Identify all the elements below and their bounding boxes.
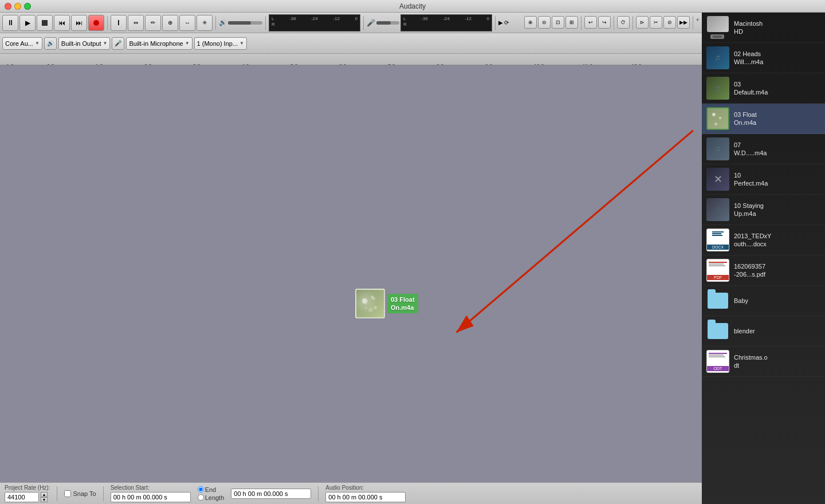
finder-item-wd[interactable]: 🎵 07W.D.....m4a	[702, 134, 825, 164]
end-radio[interactable]	[198, 486, 204, 493]
finder-item-baby[interactable]: Baby	[702, 286, 825, 316]
input-icon-button[interactable]: 🎤	[112, 37, 124, 50]
zoom-selection-button[interactable]: ⊞	[565, 16, 578, 29]
minimize-button[interactable]	[14, 3, 21, 10]
input-volume-slider[interactable]	[376, 21, 399, 25]
track-area[interactable]: 03 Float On.m4a	[0, 65, 702, 482]
pause-icon: ⏸	[7, 18, 14, 27]
finder-label-blender: blender	[734, 327, 755, 335]
finder-thumb-staying: 🎵	[706, 198, 729, 221]
play-button[interactable]: ▶	[19, 15, 36, 31]
speaker-small-icon: 🔊	[47, 40, 54, 46]
volume-slider[interactable]	[228, 21, 262, 25]
audio-position-input[interactable]: 00 h 00 m 00.000 s	[325, 492, 406, 502]
sync-button[interactable]: ⏱	[617, 16, 630, 29]
stop-button[interactable]	[37, 15, 53, 31]
finder-thumb-blender	[706, 320, 729, 342]
zoom-fit-icon: ⊡	[556, 19, 560, 25]
ruler-container: −1.0 0.0 1.0 2.0 3.0 4.0 5.0 6.0 7.0 8.0…	[0, 54, 702, 64]
pause-button[interactable]: ⏸	[2, 15, 18, 31]
input-select[interactable]: Built-in Microphone ▼	[126, 37, 192, 50]
finder-item-macintosh-hd[interactable]: MacintoshHD	[702, 13, 825, 43]
status-sep-3	[318, 486, 319, 501]
channels-select[interactable]: 1 (Mono) Inp... ▼	[194, 37, 247, 50]
drag-thumbnail	[355, 289, 385, 318]
finder-sidebar: MacintoshHD 🎵 02 HeadsWill....m4a 🎵 03De…	[702, 13, 825, 504]
svg-line-1	[457, 131, 693, 333]
finder-item-tedx[interactable]: DOCX 2013_TEDxYouth....docx	[702, 225, 825, 255]
project-rate-input[interactable]: 44100	[5, 492, 39, 502]
mic-small-icon: 🎤	[115, 40, 121, 46]
selection-start-input[interactable]: 00 h 00 m 00.000 s	[111, 492, 191, 502]
recording-meter[interactable]: L-36-24-120 R	[400, 14, 492, 32]
sync-icon: ⏱	[620, 19, 626, 25]
host-select[interactable]: Core Au... ▼	[2, 37, 42, 50]
envelope-tool-button[interactable]: ⇔	[128, 15, 144, 31]
sep9	[693, 16, 693, 30]
window-controls[interactable]	[5, 3, 31, 10]
redo-button[interactable]: ↪	[598, 16, 611, 29]
finder-item-perfect[interactable]: ✕ 10Perfect.m4a	[702, 164, 825, 195]
undo-icon: ↩	[588, 19, 593, 25]
record-button[interactable]	[88, 15, 104, 31]
finder-label-tedx: 2013_TEDxYouth....docx	[734, 232, 771, 249]
zoom-out-button[interactable]: ⊖	[538, 16, 551, 29]
project-rate-spinner[interactable]: ▲ ▼	[41, 492, 48, 502]
select-tool-button[interactable]: I	[111, 15, 127, 31]
finder-item-staying[interactable]: 🎵 10 StayingUp.m4a	[702, 195, 825, 225]
rate-down-arrow[interactable]: ▼	[41, 497, 48, 502]
finder-label-christmas: Christmas.odt	[734, 353, 768, 370]
zoom-fit-button[interactable]: ⊡	[552, 16, 564, 29]
finder-thumb-tedx: DOCX	[706, 229, 729, 251]
finder-thumb-christmas: ODT	[706, 350, 729, 373]
drag-item[interactable]: 03 Float On.m4a	[355, 289, 418, 318]
maximize-button[interactable]	[24, 3, 31, 10]
close-button[interactable]	[5, 3, 11, 10]
snap-to-checkbox[interactable]	[64, 490, 71, 497]
finder-item-pdf[interactable]: PDF 162069357-206...s.pdf	[702, 255, 825, 286]
zoom-tool-button[interactable]: ⊕	[162, 15, 178, 31]
record-icon	[93, 20, 99, 26]
play-at-end-icon: ▶	[498, 19, 503, 26]
separator-3	[265, 16, 266, 30]
finder-item-christmas[interactable]: ODT Christmas.odt	[702, 346, 825, 377]
sep7	[614, 16, 614, 30]
cut-preview-button[interactable]: ✂	[650, 16, 662, 29]
end-radio-group: End	[198, 486, 225, 493]
rate-up-arrow[interactable]: ▲	[41, 492, 48, 497]
time-shift-button[interactable]: ↔	[179, 15, 195, 31]
hd-icon	[706, 16, 729, 39]
finder-item-heads-will[interactable]: 🎵 02 HeadsWill....m4a	[702, 43, 825, 73]
multi-tool-icon: ✳	[202, 19, 207, 26]
zoom-in-button[interactable]: ⊕	[524, 16, 537, 29]
mic-icon: 🎤	[367, 19, 375, 27]
draw-tool-button[interactable]: ✏	[145, 15, 161, 31]
finder-thumb-default: 🎵	[706, 77, 729, 100]
timeline-ruler: −1.0 0.0 1.0 2.0 3.0 4.0 5.0 6.0 7.0 8.0…	[0, 54, 702, 65]
finder-item-float-on[interactable]: 03 FloatOn.m4a	[702, 104, 825, 134]
skip-back-button[interactable]: ⏮	[54, 15, 70, 31]
sep6	[581, 16, 582, 30]
playback-meter[interactable]: L-36-24-120 R	[269, 14, 360, 32]
end-length-group: End Length	[198, 486, 225, 501]
silence-button[interactable]: ⊘	[663, 16, 676, 29]
finder-item-default[interactable]: 🎵 03Default.m4a	[702, 73, 825, 104]
undo-button[interactable]: ↩	[584, 16, 597, 29]
finder-thumb-float	[706, 107, 729, 130]
zoom-out-icon: ⊖	[542, 19, 547, 25]
output-select[interactable]: Built-in Output ▼	[58, 37, 111, 50]
toolbar-row-2: Core Au... ▼ 🔊 Built-in Output ▼ 🎤 Built…	[0, 33, 702, 54]
skip-forward-button[interactable]: ⏭	[71, 15, 87, 31]
length-radio[interactable]	[198, 494, 204, 501]
finder-thumb-perfect: ✕	[706, 168, 729, 191]
host-info-button[interactable]: 🔊	[44, 37, 57, 50]
end-value-input[interactable]: 00 h 00 m 00.000 s	[231, 489, 311, 499]
selection-start-group: Selection Start: 00 h 00 m 00.000 s	[111, 485, 191, 502]
length-radio-group: Length	[198, 494, 225, 501]
multi-tool-button[interactable]: ✳	[197, 15, 213, 31]
separator-1	[107, 16, 108, 30]
finder-item-blender[interactable]: blender	[702, 316, 825, 346]
zoom-controls: ⊕ ⊖ ⊡ ⊞ ↩ ↪ ⏱ ⊳ ✂ ⊘ ▶▶ +	[524, 16, 700, 30]
playback-speed-button[interactable]: ▶▶	[677, 16, 690, 29]
play-region-button[interactable]: ⊳	[636, 16, 649, 29]
